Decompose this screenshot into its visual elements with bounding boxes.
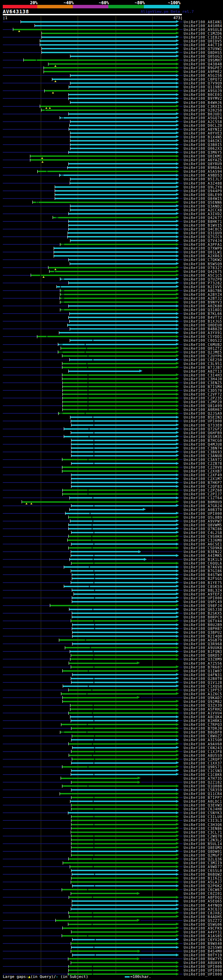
hit-label[interactable]: UniRef100_B1X4N5	[184, 135, 222, 139]
hit-label[interactable]: UniRef100_Q7V9Q9	[184, 81, 222, 85]
hit-label[interactable]: UniRef100_B7DRJ0	[184, 727, 222, 730]
hit-label[interactable]: UniRef100_B9GPE7	[184, 66, 222, 70]
alignment-row[interactable]: UniRef100_B7R607	[0, 665, 223, 669]
alignment-row[interactable]: UniRef100_Q2B0T0	[0, 677, 223, 681]
alignment-row[interactable]: UniRef100_B2SKX5	[0, 611, 223, 615]
hit-label[interactable]: UniRef100_C2PZ60	[184, 488, 222, 492]
hit-label[interactable]: UniRef100_A6CSE1	[184, 542, 222, 546]
hit-label[interactable]: UniRef100_A1Z6C5	[184, 692, 222, 696]
alignment-row[interactable]: UniRef100_Q81A99	[0, 404, 223, 408]
alignment-row[interactable]: UniRef100_A7H735	[0, 776, 223, 780]
hit-label[interactable]: UniRef100_C2XF49	[184, 473, 222, 477]
hit-label[interactable]: UniRef100_A3PFA1	[184, 243, 222, 247]
alignment-row[interactable]: UniRef100_Q72GF2	[0, 427, 223, 431]
alignment-row[interactable]: UniRef100_C3J6M0	[0, 538, 223, 542]
alignment-row[interactable]: UniRef100_B0RPC9	[0, 615, 223, 619]
hit-label[interactable]: UniRef100_B4STW4	[184, 573, 222, 577]
hit-label[interactable]: UniRef100_O78327	[184, 266, 222, 270]
hit-label[interactable]: UniRef100_Q1IW07	[184, 669, 222, 673]
hit-label[interactable]: UniRef100_Q3BPU2	[184, 631, 222, 635]
alignment-row[interactable]: UniRef100_Q05UG3	[0, 54, 223, 59]
alignment-row[interactable]: UniRef100_B1HRK1	[0, 719, 223, 723]
hit-label[interactable]: UniRef100_C3H3Q6	[184, 823, 222, 827]
alignment-row[interactable]: UniRef100_B1X4N5	[0, 135, 223, 139]
alignment-row[interactable]: UniRef100_B9WX40	[0, 942, 223, 946]
alignment-row[interactable]: UniRef100_Q5WG06	[0, 923, 223, 926]
hit-label[interactable]: UniRef100_C3ILU0	[184, 815, 222, 819]
hit-label[interactable]: UniRef100_B2IVV5	[184, 285, 222, 289]
hit-label[interactable]: UniRef100_B0TY19	[184, 953, 222, 957]
alignment-row[interactable]: UniRef100_A2C558	[0, 120, 223, 124]
alignment-row[interactable]: UniRef100_A9TEF2	[0, 592, 223, 596]
hit-label[interactable]: UniRef100_B5IJL7	[184, 177, 222, 181]
alignment-row[interactable]: UniRef100_Q01ZT2	[0, 347, 223, 350]
alignment-row[interactable]: UniRef100_B0CE01	[0, 93, 223, 97]
alignment-row[interactable]: UniRef100_A8UAV6	[0, 961, 223, 965]
hit-label[interactable]: UniRef100_C3CL71	[184, 830, 222, 834]
alignment-row[interactable]: UniRef100_C1MZD6	[0, 32, 223, 35]
alignment-row[interactable]: UniRef100_B7KL66	[0, 312, 223, 316]
hit-label[interactable]: UniRef100_C5D9K8	[184, 546, 222, 550]
alignment-row[interactable]: UniRef100_Q2Z182	[0, 780, 223, 784]
hit-label[interactable]: UniRef100_A5GI56	[184, 74, 222, 78]
alignment-row[interactable]: UniRef100_Q92M82	[0, 700, 223, 704]
alignment-row[interactable]: UniRef100_A0LDC1	[0, 800, 223, 803]
alignment-row[interactable]: UniRef100_A5AS94	[0, 170, 223, 173]
alignment-row[interactable]: UniRef100_UPI000..	[0, 419, 223, 423]
hit-label[interactable]: UniRef100_C3ENZ5	[184, 381, 222, 385]
hit-label[interactable]: UniRef100_C6CW67	[184, 888, 222, 892]
alignment-row[interactable]: UniRef100_C0PQ72	[0, 78, 223, 81]
hit-label[interactable]: UniRef100_C3L951	[184, 362, 222, 366]
hit-label[interactable]: UniRef100_Q9LZY8	[184, 185, 222, 189]
hit-label[interactable]: UniRef100_A5C1C5	[184, 274, 222, 277]
hit-label[interactable]: UniRef100_C1PF57	[184, 688, 222, 692]
hit-label[interactable]: UniRef100_Q1Q088	[184, 784, 222, 788]
alignment-row[interactable]: UniRef100_A8YNI2	[0, 127, 223, 131]
alignment-row[interactable]: UniRef100_C1XQS8	[0, 684, 223, 688]
alignment-row[interactable]: UniRef100_Q9RS71	[0, 765, 223, 769]
hit-label[interactable]: UniRef100_C2Z0V8	[184, 466, 222, 469]
alignment-row[interactable]: UniRef100_Q3BPU2	[0, 631, 223, 635]
alignment-row[interactable]: UniRef100_C6J4H8	[0, 807, 223, 811]
alignment-row[interactable]: UniRef100_A5C1C5	[0, 274, 223, 277]
alignment-row[interactable]: UniRef100_Q3B0I5	[0, 143, 223, 147]
alignment-row[interactable]: UniRef100_B7JJB7	[0, 366, 223, 369]
hit-label[interactable]: UniRef100_B6W7Y5	[184, 957, 222, 961]
alignment-row[interactable]: UniRef100_Q8DW01	[0, 850, 223, 853]
alignment-row[interactable]: UniRef100_B0TY19	[0, 953, 223, 957]
hit-label[interactable]: UniRef100_A4CTI0	[184, 43, 222, 47]
hit-label[interactable]: UniRef100_Q42677	[184, 216, 222, 220]
hit-label[interactable]: UniRef100_C3ANU8	[184, 454, 222, 458]
alignment-row[interactable]: UniRef100_Q3R968	[0, 642, 223, 646]
alignment-row[interactable]: UniRef100_B1I6Z1	[0, 877, 223, 880]
hit-label[interactable]: UniRef100_B7ISM4	[184, 385, 222, 389]
alignment-row[interactable]: UniRef100_B4B8Z0	[0, 327, 223, 331]
hit-label[interactable]: UniRef100_B9YMV2	[184, 97, 222, 100]
hit-label[interactable]: UniRef100_Q8VWM5	[184, 523, 222, 527]
alignment-row[interactable]: UniRef100_Q7V9Q9	[0, 81, 223, 85]
alignment-row[interactable]: UniRef100_A2BYZ4	[0, 293, 223, 296]
alignment-row[interactable]: UniRef100_C3I4H3	[0, 373, 223, 377]
alignment-row[interactable]: UniRef100_A7Z556	[0, 662, 223, 665]
hit-label[interactable]: UniRef100_Q01ZT2	[184, 347, 222, 350]
alignment-row[interactable]: UniRef100_Q5ZZ72	[0, 919, 223, 923]
hit-label[interactable]: UniRef100_B4VT72	[184, 316, 222, 320]
hit-label[interactable]: UniRef100_P73282	[184, 281, 222, 285]
alignment-row[interactable]: UniRef100_C3H4J0	[0, 377, 223, 381]
hit-label[interactable]: UniRef100_C1XQS8	[184, 684, 222, 688]
alignment-row[interactable]: UniRef100_A8IAN1	[0, 20, 223, 24]
alignment-row[interactable]: UniRef100_C4L2S8	[0, 531, 223, 535]
alignment-row[interactable]: UniRef100_B5W5Q9	[0, 262, 223, 266]
alignment-row[interactable]: UniRef100_B1FQN3	[0, 650, 223, 654]
alignment-row[interactable]: UniRef100_Q11CR4	[0, 792, 223, 796]
hit-label[interactable]: UniRef100_Q0IDV5	[184, 39, 222, 43]
hit-label[interactable]: UniRef100_B1WVI5	[184, 224, 222, 228]
alignment-row[interactable]: UniRef100_B2IVV5	[0, 285, 223, 289]
alignment-row[interactable]: UniRef100_B8HK71	[0, 220, 223, 224]
hit-label[interactable]: UniRef100_A2BYZ4	[184, 293, 222, 296]
hit-label[interactable]: UniRef100_A1AS85	[184, 934, 222, 938]
alignment-row[interactable]: UniRef100_Q4C8C5	[0, 228, 223, 231]
hit-label[interactable]: UniRef100_C7RPQ3	[184, 723, 222, 727]
alignment-row[interactable]: UniRef100_A3I5Q0	[0, 738, 223, 742]
hit-label[interactable]: UniRef100_B8L3Z4	[184, 589, 222, 592]
